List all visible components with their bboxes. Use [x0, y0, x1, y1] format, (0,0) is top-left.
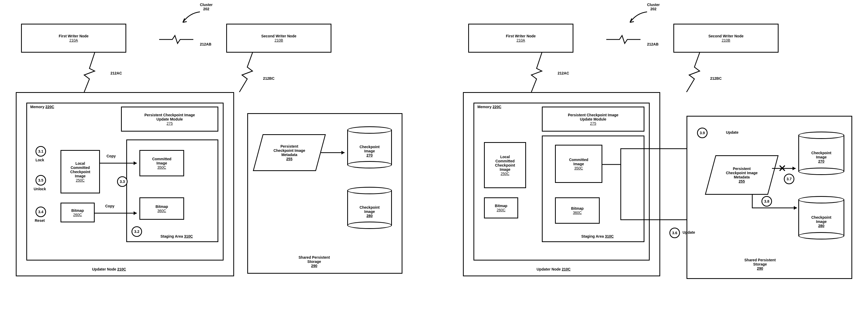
- link-bc-icon: [226, 53, 263, 92]
- second-writer-node-r: Second Writer Node 210B: [673, 24, 779, 53]
- step-3-9: 3.9: [697, 128, 708, 138]
- metadata-parallelogram: Persistent Checkpoint Image Metadata 255: [258, 134, 321, 171]
- step-3-1-label: Lock: [35, 158, 44, 162]
- update-module-r: Persistent Checkpoint Image Update Modul…: [542, 107, 644, 132]
- checkpoint-280-r: CheckpointImage280: [798, 196, 844, 239]
- metadata-parallelogram-r: Persistent Checkpoint Image Metadata 255: [710, 155, 773, 195]
- metadata-to-280-r: [747, 195, 800, 219]
- step-3-4: 3.4: [35, 207, 46, 217]
- link-ac-icon-r: [526, 53, 558, 92]
- diagram-left: Cluster202 First Writer Node 210A Second…: [10, 3, 418, 313]
- link-bc-label-r: 212BC: [710, 76, 722, 81]
- first-writer-node: First Writer Node 210A: [21, 24, 126, 53]
- cluster-arrow-icon-r: [626, 10, 650, 26]
- link-bc-label: 212BC: [263, 76, 275, 81]
- first-writer-node-r: First Writer Node 210A: [468, 24, 574, 53]
- link-ac-label-r: 212AC: [558, 71, 569, 75]
- update-label-1: Update: [726, 130, 738, 135]
- cluster-arrow-icon: [179, 10, 203, 26]
- step-3-1: 3.1: [35, 146, 46, 156]
- step-3-4-label: Reset: [35, 219, 45, 223]
- second-writer-node: Second Writer Node 210B: [226, 24, 332, 53]
- updater-node-label-r: Updater Node 210C: [536, 267, 570, 271]
- checkpoint-270: CheckpointImage270: [347, 126, 392, 168]
- step-3-6: 3.6: [670, 228, 680, 238]
- step-3-3: 3.3: [117, 176, 128, 187]
- local-checkpoint-image-r: Local Committed Checkpoint Image 250C: [484, 142, 526, 188]
- step-3-5: 3.5: [35, 175, 46, 185]
- copy-label-2: Copy: [105, 204, 115, 208]
- update-label-2: Update: [683, 230, 695, 234]
- copy-arrow-2: [95, 210, 140, 216]
- committed-image: Committed Image 350C: [140, 150, 184, 176]
- step-3-7: 3.7: [784, 174, 794, 184]
- memory-label-r: Memory 220C: [477, 105, 501, 109]
- checkpoint-270-r: CheckpointImage270: [798, 132, 844, 175]
- link-ab-icon-r: [606, 34, 641, 45]
- link-ab-label: 212AB: [200, 42, 212, 46]
- step-3-5-label: Unlock: [34, 187, 46, 191]
- bitmap-260c-r: Bitmap 260C: [484, 197, 518, 219]
- copy-label-1: Copy: [106, 154, 116, 158]
- cross-icon: [779, 165, 786, 172]
- bitmap-360c: Bitmap 360C: [140, 197, 184, 220]
- bitmap-360c-r: Bitmap 360C: [555, 197, 600, 224]
- local-checkpoint-image: Local Committed Checkpoint Image 250C: [61, 150, 100, 194]
- diagram-right: Cluster202 First Writer Node 210A Second…: [458, 3, 865, 313]
- memory-label: Memory 220C: [30, 105, 54, 109]
- updater-node-label: Updater Node 210C: [92, 267, 126, 271]
- link-ab-label-r: 212AB: [647, 42, 659, 46]
- shared-storage-label: Shared PersistentStorage290: [299, 255, 330, 268]
- step-3-8: 3.8: [762, 196, 772, 207]
- committed-image-r: Committed Image 350C: [555, 145, 602, 183]
- link-ac-label: 212AC: [111, 71, 122, 75]
- cluster-label: Cluster202: [200, 3, 213, 11]
- bitmap-260c: Bitmap 260C: [61, 203, 95, 222]
- staging-area-label: Staging Area 310C: [160, 234, 193, 238]
- step-3-2: 3.2: [131, 226, 142, 237]
- link-ac-icon: [79, 53, 111, 92]
- update-module: Persistent Checkpoint Image Update Modul…: [121, 107, 218, 132]
- checkpoint-280: CheckpointImage280: [347, 187, 392, 229]
- metadata-arrow: [321, 150, 347, 155]
- cluster-label-r: Cluster202: [647, 3, 660, 11]
- staging-area-label-r: Staging Area 310C: [581, 234, 614, 238]
- copy-arrow-1: [100, 161, 140, 166]
- link-bc-icon-r: [673, 53, 710, 92]
- link-ab-icon: [159, 34, 193, 45]
- shared-storage-label-r: Shared PersistentStorage290: [744, 258, 776, 270]
